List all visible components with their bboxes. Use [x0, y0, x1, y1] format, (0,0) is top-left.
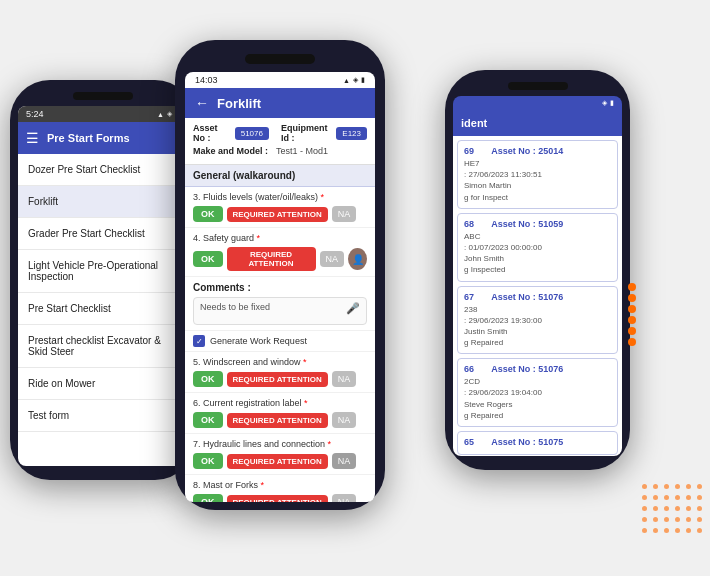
check-7-ok-button[interactable]: OK	[193, 453, 223, 469]
check-4-required: *	[257, 233, 261, 243]
check-5-number: 5.	[193, 357, 203, 367]
right-status-bar: ◈ ▮	[453, 96, 622, 110]
middle-phone: 14:03 ▲ ◈ ▮ ← Forklift Asset No : 51076 …	[175, 40, 385, 510]
menu-item-dozer[interactable]: Dozer Pre Start Checklist	[18, 154, 187, 186]
menu-item-rideon[interactable]: Ride on Mower	[18, 368, 187, 400]
work-request-label: Generate Work Request	[210, 336, 307, 346]
mid-notch	[245, 54, 315, 64]
check-3-na-button[interactable]: NA	[332, 206, 357, 222]
decorative-dots	[642, 484, 705, 536]
avatar: 👤	[348, 248, 367, 270]
comments-text: Needs to be fixed	[200, 302, 270, 312]
check-7-label: Hydraulic lines and connection	[203, 439, 325, 449]
check-7-btn-group: OK REQUIRED ATTENTION NA	[193, 453, 367, 469]
check-3-required: *	[321, 192, 325, 202]
check-8-required: *	[261, 480, 265, 490]
mid-status-bar: 14:03 ▲ ◈ ▮	[185, 72, 375, 88]
incident-item-4[interactable]: 66 Asset No : 51076 2CD : 29/06/2023 19:…	[457, 358, 618, 427]
check-6-na-button[interactable]: NA	[332, 412, 357, 428]
scroll-dot-2	[628, 294, 636, 302]
check-8-number: 8.	[193, 480, 203, 490]
mid-signal-icon: ▲	[343, 77, 350, 84]
section-header: General (walkaround)	[185, 165, 375, 187]
incident-4-asset: 66 Asset No : 51076	[464, 364, 611, 374]
wifi-icon: ◈	[167, 110, 172, 118]
mid-title: Forklift	[217, 96, 261, 111]
mid-screen: 14:03 ▲ ◈ ▮ ← Forklift Asset No : 51076 …	[185, 72, 375, 502]
check-item-6: 6. Current registration label * OK REQUI…	[185, 393, 375, 434]
check-4-btn-group: OK REQUIRED ATTENTION NA 👤	[193, 247, 367, 271]
check-3-ok-button[interactable]: OK	[193, 206, 223, 222]
menu-item-excavator[interactable]: Prestart checklist Excavator & Skid Stee…	[18, 325, 187, 368]
incident-item-2[interactable]: 68 Asset No : 51059 ABC : 01/07/2023 00:…	[457, 213, 618, 282]
mid-header: ← Forklift	[185, 88, 375, 118]
comments-label: Comments :	[193, 282, 367, 293]
scroll-dot-3	[628, 305, 636, 313]
incident-1-asset: 69 Asset No : 25014	[464, 146, 611, 156]
incident-3-asset: 67 Asset No : 51076	[464, 292, 611, 302]
check-8-label: Mast or Forks	[203, 480, 258, 490]
check-6-number: 6.	[193, 398, 203, 408]
incident-2-detail: ABC : 01/07/2023 00:00:00 John Smith g I…	[464, 231, 611, 276]
hamburger-icon[interactable]: ☰	[26, 130, 39, 146]
right-wifi-icon: ◈	[602, 99, 607, 107]
menu-item-forklift[interactable]: Forklift	[18, 186, 187, 218]
mic-icon[interactable]: 🎤	[346, 302, 360, 315]
check-item-5: 5. Windscreen and window * OK REQUIRED A…	[185, 352, 375, 393]
right-notch	[508, 82, 568, 90]
incident-1-detail: HE7 : 27/06/2023 11:30:51 Simon Martin g…	[464, 158, 611, 203]
menu-item-testform[interactable]: Test form	[18, 400, 187, 432]
right-header: ident	[453, 110, 622, 136]
check-item-6-title: 6. Current registration label *	[193, 398, 367, 408]
check-3-btn-group: OK REQUIRED ATTENTION NA	[193, 206, 367, 222]
mid-wifi-icon: ◈	[353, 76, 358, 84]
left-time: 5:24	[26, 109, 44, 119]
scroll-dot-1	[628, 283, 636, 291]
generate-work-request-row[interactable]: Generate Work Request	[185, 331, 375, 352]
check-item-8: 8. Mast or Forks * OK REQUIRED ATTENTION…	[185, 475, 375, 502]
check-5-label: Windscreen and window	[203, 357, 301, 367]
check-8-req-button[interactable]: REQUIRED ATTENTION	[227, 495, 328, 503]
right-phone: ◈ ▮ ident 69 Asset No : 25014 HE7 : 27/0…	[445, 70, 630, 470]
asset-info: Asset No : 51076 Equipment Id : E123 Mak…	[185, 118, 375, 165]
check-5-btn-group: OK REQUIRED ATTENTION NA	[193, 371, 367, 387]
menu-item-lightvehicle[interactable]: Light Vehicle Pre-Operational Inspection	[18, 250, 187, 293]
left-screen: 5:24 ▲ ◈ ▮ ☰ Pre Start Forms Dozer Pre S…	[18, 106, 187, 466]
work-request-checkbox[interactable]	[193, 335, 205, 347]
check-item-3: 3. Fluids levels (water/oil/leaks) * OK …	[185, 187, 375, 228]
left-phone: 5:24 ▲ ◈ ▮ ☰ Pre Start Forms Dozer Pre S…	[10, 80, 195, 480]
menu-item-prestart[interactable]: Pre Start Checklist	[18, 293, 187, 325]
check-7-req-button[interactable]: REQUIRED ATTENTION	[227, 454, 328, 469]
check-5-na-button[interactable]: NA	[332, 371, 357, 387]
incident-item-5[interactable]: 65 Asset No : 51075	[457, 431, 618, 455]
check-4-req-button[interactable]: REQUIRED ATTENTION	[227, 247, 316, 271]
check-7-number: 7.	[193, 439, 203, 449]
back-button[interactable]: ←	[195, 95, 209, 111]
check-5-ok-button[interactable]: OK	[193, 371, 223, 387]
incident-item-3[interactable]: 67 Asset No : 51076 238 : 29/06/2023 19:…	[457, 286, 618, 355]
incident-3-id: 67	[464, 292, 474, 302]
comments-box[interactable]: Needs to be fixed 🎤	[193, 297, 367, 325]
asset-no-label: Asset No :	[193, 123, 227, 143]
check-8-na-button[interactable]: NA	[332, 494, 357, 502]
mid-battery-icon: ▮	[361, 76, 365, 84]
check-7-na-button[interactable]: NA	[332, 453, 357, 469]
check-item-7: 7. Hydraulic lines and connection * OK R…	[185, 434, 375, 475]
incident-item-1[interactable]: 69 Asset No : 25014 HE7 : 27/06/2023 11:…	[457, 140, 618, 209]
check-8-ok-button[interactable]: OK	[193, 494, 223, 502]
menu-item-grader[interactable]: Grader Pre Start Checklist	[18, 218, 187, 250]
right-title: ident	[461, 117, 487, 129]
equip-id-label: Equipment Id :	[281, 123, 328, 143]
check-4-ok-button[interactable]: OK	[193, 251, 223, 267]
mid-time: 14:03	[195, 75, 218, 85]
check-5-req-button[interactable]: REQUIRED ATTENTION	[227, 372, 328, 387]
check-item-8-title: 8. Mast or Forks *	[193, 480, 367, 490]
check-4-na-button[interactable]: NA	[320, 251, 345, 267]
make-model-label: Make and Model :	[193, 146, 268, 156]
left-status-bar: 5:24 ▲ ◈ ▮	[18, 106, 187, 122]
check-3-req-button[interactable]: REQUIRED ATTENTION	[227, 207, 328, 222]
scroll-dot-4	[628, 316, 636, 324]
check-6-req-button[interactable]: REQUIRED ATTENTION	[227, 413, 328, 428]
check-item-7-title: 7. Hydraulic lines and connection *	[193, 439, 367, 449]
check-6-ok-button[interactable]: OK	[193, 412, 223, 428]
